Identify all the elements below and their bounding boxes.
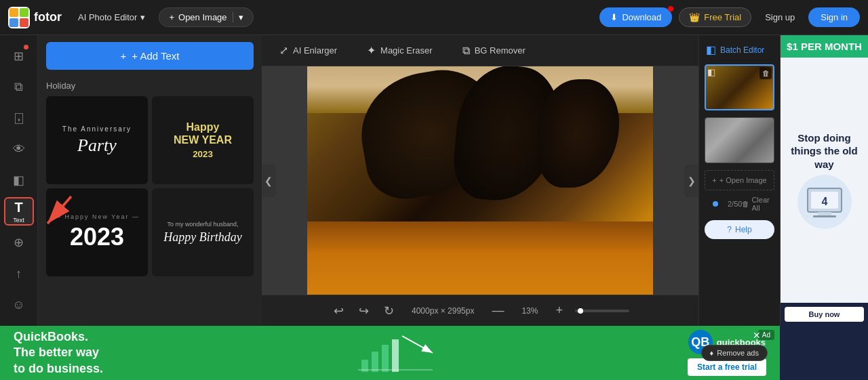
batch-editor-header[interactable]: ◧ Batch Editor bbox=[699, 35, 780, 63]
zoom-out-button[interactable]: — bbox=[489, 301, 507, 320]
ad-right-illustration: 4 bbox=[797, 175, 852, 229]
canvas-content[interactable]: ❮ ❯ bbox=[262, 66, 698, 295]
image-dimensions: 4000px × 2995px bbox=[406, 306, 479, 316]
collapse-left-button[interactable]: ❮ bbox=[262, 165, 276, 197]
right-panel: ◧ Batch Editor ◧ 🗑 + + Open Image 2/50 🗑 bbox=[698, 35, 780, 326]
ad-banner-quickbooks: QuickBooks. The better way to do busines… bbox=[0, 326, 780, 380]
collapse-right-icon: ❯ bbox=[688, 175, 696, 186]
open-image-dropdown-chevron[interactable]: ▾ bbox=[233, 12, 243, 22]
sidebar-icon-eye[interactable]: 👁 bbox=[4, 135, 34, 164]
ad-right-header: $1 PER MONTH bbox=[781, 35, 868, 58]
image-count-row: 2/50 🗑 Clear All bbox=[699, 190, 780, 215]
thumbnail-layers-icon: ◧ bbox=[707, 67, 715, 77]
reset-button[interactable]: ↻ bbox=[381, 301, 397, 321]
add-text-label: + Add Text bbox=[132, 50, 179, 62]
more-icon: ☺ bbox=[12, 298, 24, 312]
signin-button[interactable]: Sign in bbox=[808, 7, 860, 27]
sidebar-icon-layers[interactable]: ◧ bbox=[4, 167, 34, 195]
template-card-2023[interactable]: — Happy New Year — 2023 bbox=[46, 188, 148, 276]
ai-editor-chevron: ▾ bbox=[140, 12, 145, 22]
remove-ads-button[interactable]: ♦ Remove ads bbox=[701, 345, 768, 361]
signup-button[interactable]: Sign up bbox=[758, 8, 802, 26]
sidebar-icon-elements[interactable]: ⊕ bbox=[4, 228, 34, 257]
crown-icon: 👑 bbox=[689, 12, 700, 22]
ad-right-body: Stop doing things the old way 4 bbox=[781, 58, 868, 303]
add-image-button[interactable]: + + Open Image bbox=[705, 170, 774, 190]
ai-enlarger-icon: ⤢ bbox=[279, 44, 288, 57]
add-text-button[interactable]: + + Add Text bbox=[46, 42, 254, 70]
anniversary-line2: Party bbox=[77, 135, 117, 156]
image-thumbnail-2[interactable] bbox=[705, 113, 774, 163]
magic-eraser-tool[interactable]: ✦ Magic Eraser bbox=[359, 41, 441, 60]
newyear-line1: HappyNEW YEAR2023 bbox=[174, 121, 232, 160]
grid-icon: ⊞ bbox=[14, 49, 24, 64]
signup-label: Sign up bbox=[765, 12, 795, 22]
svg-rect-15 bbox=[392, 339, 399, 372]
buy-now-button[interactable]: Buy now bbox=[785, 307, 864, 322]
ad-right-headline: Stop doing things the old way bbox=[786, 131, 863, 171]
template-card-inner: To my wonderful husband, Happy Birthday bbox=[152, 188, 254, 276]
ai-editor-dropdown[interactable]: AI Photo Editor ▾ bbox=[71, 9, 152, 26]
add-text-icon: + bbox=[121, 50, 127, 62]
zoom-slider-thumb bbox=[578, 308, 583, 314]
template-card-anniversary[interactable]: The Anniversary Party bbox=[46, 96, 148, 184]
image-thumbnail-1[interactable]: ◧ 🗑 bbox=[705, 64, 774, 110]
svg-rect-3 bbox=[9, 18, 18, 27]
text-icon: T bbox=[14, 200, 22, 215]
delete-thumbnail-1-button[interactable]: 🗑 bbox=[760, 67, 772, 79]
redo-button[interactable]: ↪ bbox=[356, 301, 372, 321]
text-icon-label: Text bbox=[13, 217, 24, 224]
sidebar-icon-adjust[interactable]: ⧉ bbox=[4, 73, 34, 102]
zoom-slider[interactable] bbox=[575, 310, 629, 312]
rock-layer bbox=[307, 66, 653, 295]
bg-remover-label: BG Remover bbox=[475, 45, 526, 56]
magic-eraser-label: Magic Eraser bbox=[380, 45, 433, 56]
ai-enlarger-tool[interactable]: ⤢ AI Enlarger bbox=[271, 41, 345, 60]
bg-remover-tool[interactable]: ⧉ BG Remover bbox=[454, 41, 534, 60]
anniversary-line1: The Anniversary bbox=[62, 125, 132, 133]
sidebar-icon-upload[interactable]: ↑ bbox=[4, 259, 34, 288]
download-button[interactable]: ⬇ Download bbox=[599, 7, 672, 27]
ad-right-bottom-spacer bbox=[780, 326, 868, 380]
trash-icon: 🗑 bbox=[742, 200, 749, 208]
birthday-line2: Happy Birthday bbox=[163, 230, 241, 245]
zoom-level: 13% bbox=[516, 306, 543, 316]
ad-chart-illustration bbox=[355, 333, 436, 373]
magic-eraser-icon: ✦ bbox=[367, 44, 376, 57]
free-trial-button[interactable]: 👑 Free Trial bbox=[679, 7, 751, 27]
templates-grid: The Anniversary Party HappyNEW YEAR2023 … bbox=[38, 96, 262, 276]
bg-remover-icon: ⧉ bbox=[462, 45, 470, 57]
ad-quickbooks-headline: QuickBooks. The better way to do busines… bbox=[14, 329, 103, 377]
canvas-image bbox=[307, 66, 653, 295]
logo[interactable]: fotor bbox=[8, 7, 62, 28]
ad-close-button[interactable]: ✕ bbox=[753, 330, 761, 341]
ad-right-bottom: Buy now bbox=[781, 303, 868, 326]
zoom-in-button[interactable]: + bbox=[553, 301, 566, 320]
help-label: Help bbox=[735, 225, 752, 234]
collapse-right-button[interactable]: ❯ bbox=[684, 165, 698, 197]
sidebar-icon-more[interactable]: ☺ bbox=[4, 291, 34, 319]
logo-icon bbox=[8, 7, 30, 28]
download-label: Download bbox=[622, 12, 661, 22]
template-card-birthday[interactable]: To my wonderful husband, Happy Birthday bbox=[152, 188, 254, 276]
svg-text:4: 4 bbox=[821, 196, 827, 207]
icon-sidebar: ⊞ ⧉ ⌺ 👁 ◧ T Text ⊕ ↑ ☺ bbox=[0, 35, 38, 326]
batch-editor-icon: ◧ bbox=[706, 43, 716, 56]
help-button[interactable]: ? Help bbox=[705, 220, 774, 239]
add-image-label: + Open Image bbox=[719, 176, 767, 184]
birthday-line1: To my wonderful husband, bbox=[167, 221, 238, 228]
clear-all-button[interactable]: 🗑 Clear All bbox=[742, 196, 773, 212]
layers-icon: ◧ bbox=[13, 173, 24, 188]
clear-all-label: Clear All bbox=[751, 196, 773, 212]
eye-icon: 👁 bbox=[13, 142, 25, 156]
open-image-button[interactable]: + Open Image ▾ bbox=[159, 7, 253, 27]
free-trial-label: Free Trial bbox=[704, 12, 741, 22]
upload-icon: ↑ bbox=[16, 267, 22, 281]
sidebar-icon-grid[interactable]: ⊞ bbox=[4, 42, 34, 70]
image-count: 2/50 bbox=[728, 200, 742, 208]
sidebar-icon-text[interactable]: T Text bbox=[4, 197, 34, 226]
ai-editor-label: AI Photo Editor bbox=[78, 12, 137, 22]
template-card-newyear[interactable]: HappyNEW YEAR2023 bbox=[152, 96, 254, 184]
sidebar-icon-portrait[interactable]: ⌺ bbox=[4, 104, 34, 133]
undo-button[interactable]: ↩ bbox=[331, 301, 347, 321]
